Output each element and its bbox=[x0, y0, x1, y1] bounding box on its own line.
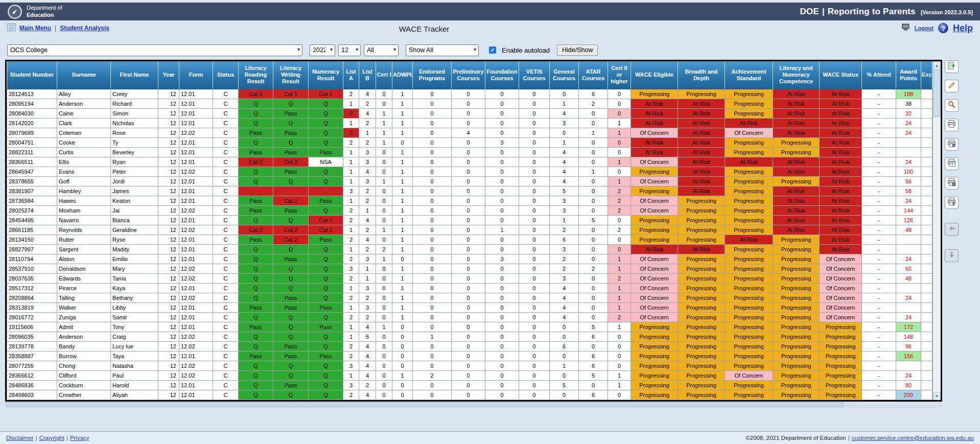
copyright-link[interactable]: Copyright bbox=[39, 435, 64, 441]
table-row[interactable]: 28381907HambleyJames1212.01C32010000502P… bbox=[7, 186, 932, 196]
col-header-endorsed-programs[interactable]: Endorsed Programs bbox=[413, 61, 452, 89]
col-header-adwpl[interactable]: ADWPL bbox=[392, 61, 413, 89]
col-header-literacy-and-numeracy-competence[interactable]: Literacy and Numeracy Competence bbox=[773, 61, 820, 89]
col-header-surname[interactable]: Surname bbox=[57, 61, 111, 89]
col-header-status[interactable]: Status bbox=[213, 61, 239, 89]
help-link[interactable]: Help bbox=[953, 23, 973, 34]
table-row[interactable]: 28736984HawesKeaton1212.01CPassCat 2Pass… bbox=[7, 196, 932, 205]
col-header-exclude[interactable]: Exclu bbox=[921, 61, 932, 89]
cell-list-a: 2 bbox=[343, 215, 359, 225]
back-button[interactable] bbox=[945, 223, 959, 236]
table-row[interactable]: 28077255ChongNatasha1212.02CQQQ340000001… bbox=[7, 361, 932, 370]
vertical-scroll-thumb[interactable] bbox=[934, 70, 940, 117]
col-header-foundation-courses[interactable]: Foundation Courses bbox=[485, 61, 519, 89]
print-preview-button[interactable] bbox=[945, 157, 959, 170]
download-button[interactable] bbox=[945, 249, 959, 262]
vertical-scroll-track[interactable] bbox=[933, 118, 941, 392]
table-row[interactable]: 28645947EvansPeter1212.02CQPassQ14010000… bbox=[7, 167, 932, 176]
print-button[interactable] bbox=[945, 119, 959, 131]
col-header-numeracy-result[interactable]: Numeracy Result bbox=[309, 61, 343, 89]
cell-literacy-reading-result: Pass bbox=[239, 351, 273, 361]
table-row[interactable]: 28486836CockburnHarold1212.01CQPassQ3200… bbox=[7, 380, 932, 390]
table-row[interactable]: 28366511EllisRyan1212.01CCat 2Cat 2NSA13… bbox=[7, 157, 932, 167]
col-header-first-name[interactable]: First Name bbox=[111, 61, 158, 89]
table-row[interactable]: 28095194AndersonRichard1212.01CQQQ120100… bbox=[7, 99, 932, 108]
table-row[interactable]: 28016772ZunigaSamir1212.01CQQQ2201000040… bbox=[7, 312, 932, 322]
table-row[interactable]: 28313819WalkerLibby1212.01CPassPassPass1… bbox=[7, 302, 932, 312]
year-level-select[interactable]: 12 bbox=[338, 44, 361, 56]
table-row[interactable]: 28498603CrowtherAliyah1212.01CQQQ2400000… bbox=[7, 390, 932, 400]
table-row[interactable]: 19115606AdmitTony1212.01CPassQPass141000… bbox=[7, 322, 932, 332]
scroll-up-button[interactable] bbox=[933, 61, 941, 69]
col-header-literacy-writing-result[interactable]: Literacy Writing Result bbox=[273, 61, 309, 89]
col-header-award-points[interactable]: Award Points bbox=[896, 61, 921, 89]
student-analysis-link[interactable]: Student Analysis bbox=[60, 25, 109, 32]
table-row[interactable]: 28134150RutterRyse1212.01CPassCat 2Pass2… bbox=[7, 235, 932, 244]
cell-literacy-reading-result: Pass bbox=[239, 196, 273, 205]
col-header-general-courses[interactable]: General Courses bbox=[550, 61, 579, 89]
horizontal-scrollbar[interactable] bbox=[5, 402, 942, 408]
col-header-attend[interactable]: % Attend bbox=[862, 61, 896, 89]
table-row[interactable]: 28037635EdwardsTania1212.02CQQQ210100003… bbox=[7, 273, 932, 283]
col-header-list-a[interactable]: List A bbox=[343, 61, 359, 89]
table-row[interactable]: 28084030CaineSimon1212.01CQPassQ04110000… bbox=[7, 108, 932, 118]
col-header-preliminary-courses[interactable]: Preliminary Courses bbox=[452, 61, 485, 89]
table-row[interactable]: 28537910DonaldsonMary1212.02CQQQ31010000… bbox=[7, 264, 932, 273]
class-select[interactable]: All bbox=[364, 44, 399, 56]
edit-button[interactable] bbox=[945, 80, 959, 92]
scroll-down-button[interactable] bbox=[933, 392, 941, 400]
cell-numeracy-result: Q bbox=[309, 205, 343, 215]
table-row[interactable]: 28827997SargentMaddy1212.01CQQQ122100003… bbox=[7, 244, 932, 254]
table-row[interactable]: 28096035AndersonCraig1212.02CQQQ15001000… bbox=[7, 332, 932, 341]
print-selection-button[interactable] bbox=[945, 177, 959, 190]
cell-adwpl: 1 bbox=[392, 235, 413, 244]
col-header-list-b[interactable]: List B bbox=[359, 61, 376, 89]
col-header-vetis-courses[interactable]: VETiS Courses bbox=[519, 61, 550, 89]
col-header-achievement-standard[interactable]: Achievement Standard bbox=[725, 61, 773, 89]
logout-link[interactable]: Logout bbox=[915, 25, 934, 31]
table-row[interactable]: 28454495NavarroBianca1212.01CQQCat 22401… bbox=[7, 215, 932, 225]
col-header-wace-status[interactable]: WACE Status bbox=[820, 61, 862, 89]
table-row[interactable]: 28025274MoxhamJai1212.02CPassPassQ210100… bbox=[7, 205, 932, 215]
privacy-link[interactable]: Privacy bbox=[70, 435, 89, 441]
col-header-cert-ii-or-higher[interactable]: Cert II or higher bbox=[608, 61, 631, 89]
print-report-button[interactable]: R bbox=[945, 138, 959, 151]
main-menu-link[interactable]: Main Menu bbox=[19, 25, 51, 32]
col-header-wace-eligible[interactable]: WACE Eligible bbox=[631, 61, 678, 89]
table-row[interactable]: 28079689ColemanRose1212.02CPassPassQ0111… bbox=[7, 128, 932, 137]
cell-list-b: 2 bbox=[359, 186, 376, 196]
disclaimer-link[interactable]: Disclaimer bbox=[6, 435, 34, 441]
col-header-year[interactable]: Year bbox=[158, 61, 179, 89]
vertical-scrollbar[interactable] bbox=[932, 61, 941, 400]
support-email-link[interactable]: customer.service.centre@education.wa.edu… bbox=[852, 435, 974, 441]
show-select[interactable]: Show All bbox=[406, 44, 479, 56]
col-header-student-number[interactable]: Student Number bbox=[7, 61, 57, 89]
table-row[interactable]: 28208864TallingBethany1212.02CQPassQ2201… bbox=[7, 293, 932, 302]
table-row[interactable]: 28004751CookeTy1212.01CQQQ22100030100At … bbox=[7, 137, 932, 147]
table-row[interactable]: 28358887BurrowTaya1212.01CPassPassPass24… bbox=[7, 351, 932, 361]
col-header-literacy-reading-result[interactable]: Literacy Reading Result bbox=[239, 61, 273, 89]
cell-preliminary-courses: 0 bbox=[452, 312, 485, 322]
table-row[interactable]: 28517312PearceKaya1212.01CQQQ13010000401… bbox=[7, 283, 932, 293]
print-summary-button[interactable]: S bbox=[945, 196, 959, 209]
table-row[interactable]: 28822311CurtisBeverley1212.01CPassPassPa… bbox=[7, 147, 932, 157]
table-row[interactable]: 28110794AlstonEmilio1212.01CQPassQ231000… bbox=[7, 254, 932, 264]
horizontal-scroll-thumb[interactable] bbox=[6, 402, 844, 407]
year-select[interactable]: 2022 bbox=[310, 44, 335, 56]
col-header-breadth-and-depth[interactable]: Breadth and Depth bbox=[678, 61, 725, 89]
table-row[interactable]: 28365612CliffordPaul1212.02CQQQ140120000… bbox=[7, 370, 932, 380]
table-row[interactable]: 28378655GoffJordi1212.01CQQQ13110000401O… bbox=[7, 176, 932, 186]
table-row[interactable]: 28139778BandyLucy lue1212.02CQPassQ24000… bbox=[7, 341, 932, 351]
col-header-atar-courses[interactable]: ATAR Courses bbox=[579, 61, 608, 89]
enable-autoload-checkbox[interactable] bbox=[489, 46, 496, 54]
cell-cert-i: 0 bbox=[376, 293, 392, 302]
school-select[interactable]: OCS College bbox=[7, 44, 302, 56]
hide-show-button[interactable]: Hide/Show bbox=[557, 44, 598, 56]
table-row[interactable]: 28661185ReynoldsGeraldine1212.02CCat 2Ca… bbox=[7, 225, 932, 235]
col-header-cert-i[interactable]: Cert I bbox=[376, 61, 392, 89]
table-row[interactable]: 28142020ClarkNicholas1212.01CQQQ12110000… bbox=[7, 118, 932, 128]
export-excel-button[interactable] bbox=[945, 60, 959, 73]
col-header-form[interactable]: Form bbox=[179, 61, 213, 89]
zoom-button[interactable] bbox=[945, 99, 959, 112]
table-row[interactable]: 28124513AlleyCorey1212.01CCat 2Cat 1Cat … bbox=[7, 89, 932, 99]
